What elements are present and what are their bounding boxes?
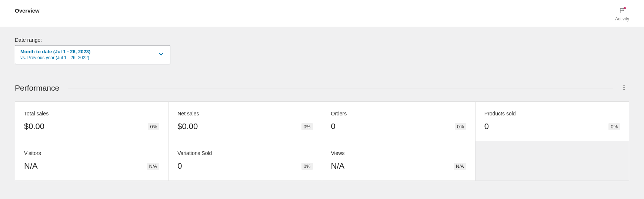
section-divider — [68, 88, 613, 88]
metric-card-empty — [476, 141, 629, 181]
metric-value-row: N/A N/A — [331, 161, 466, 171]
metric-value: 0 — [177, 161, 182, 171]
metric-value: $0.00 — [24, 122, 44, 131]
metric-card-orders[interactable]: Orders 0 0% — [322, 102, 476, 141]
date-range-text: Month to date (Jul 1 - 26, 2023) vs. Pre… — [20, 49, 90, 61]
svg-point-1 — [624, 87, 625, 88]
content-area: Date range: Month to date (Jul 1 - 26, 2… — [0, 27, 644, 199]
date-range-label: Date range: — [15, 37, 629, 43]
metric-delta: 0% — [148, 123, 159, 130]
metric-value: $0.00 — [177, 122, 198, 131]
performance-section-title: Performance — [15, 84, 59, 92]
metric-label: Orders — [331, 111, 466, 117]
metric-card-products-sold[interactable]: Products sold 0 0% — [476, 102, 629, 141]
metric-value-row: N/A N/A — [24, 161, 159, 171]
metric-label: Total sales — [24, 111, 159, 117]
kebab-menu-button[interactable] — [619, 82, 629, 94]
date-range-secondary: vs. Previous year (Jul 1 - 26, 2022) — [20, 55, 90, 61]
metric-value: 0 — [484, 122, 489, 131]
date-range-picker[interactable]: Month to date (Jul 1 - 26, 2023) vs. Pre… — [15, 45, 170, 64]
metric-label: Products sold — [484, 111, 620, 117]
flag-icon — [619, 7, 625, 16]
metric-delta: 0% — [455, 123, 466, 130]
performance-metrics-grid: Total sales $0.00 0% Net sales $0.00 0% … — [15, 101, 629, 181]
svg-point-0 — [624, 85, 625, 86]
metric-value: N/A — [24, 161, 38, 171]
metric-delta: 0% — [301, 163, 313, 170]
svg-point-2 — [624, 89, 625, 90]
metric-value-row: 0 0% — [331, 122, 466, 131]
metric-value: 0 — [331, 122, 336, 131]
metric-delta: 0% — [608, 123, 620, 130]
metric-label: Visitors — [24, 150, 159, 156]
metric-card-visitors[interactable]: Visitors N/A N/A — [15, 141, 168, 181]
activity-label: Activity — [615, 16, 629, 21]
metric-label: Variations Sold — [177, 150, 313, 156]
metric-card-total-sales[interactable]: Total sales $0.00 0% — [15, 102, 168, 141]
metric-value-row: $0.00 0% — [24, 122, 159, 131]
notification-dot-icon — [624, 7, 626, 9]
metric-delta: N/A — [454, 163, 466, 170]
metric-value-row: 0 0% — [484, 122, 620, 131]
metric-label: Net sales — [177, 111, 313, 117]
metric-delta: 0% — [301, 123, 313, 130]
activity-button[interactable]: Activity — [615, 7, 629, 21]
page-title: Overview — [15, 7, 40, 14]
metric-value-row: 0 0% — [177, 161, 313, 171]
page-header: Overview Activity — [0, 0, 644, 27]
metric-card-net-sales[interactable]: Net sales $0.00 0% — [168, 102, 322, 141]
metric-delta: N/A — [147, 163, 160, 170]
chevron-down-icon — [157, 50, 165, 59]
date-range-primary: Month to date (Jul 1 - 26, 2023) — [20, 49, 90, 55]
metric-value-row: $0.00 0% — [177, 122, 313, 131]
metric-card-variations-sold[interactable]: Variations Sold 0 0% — [168, 141, 322, 181]
metric-label: Views — [331, 150, 466, 156]
metric-card-views[interactable]: Views N/A N/A — [322, 141, 476, 181]
metric-value: N/A — [331, 161, 345, 171]
performance-section-header: Performance — [15, 82, 629, 94]
